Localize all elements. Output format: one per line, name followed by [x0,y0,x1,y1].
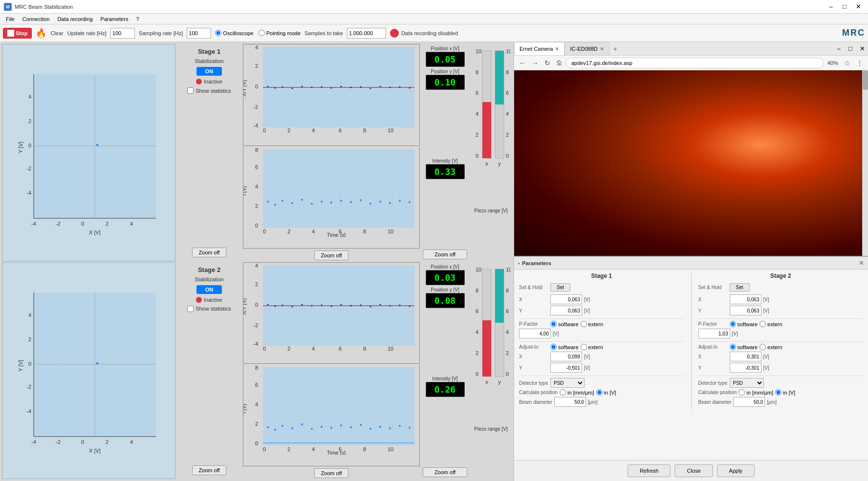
params-stage1-extern-radio[interactable]: extern [581,321,604,327]
params-stage2-x-input[interactable] [730,294,761,304]
params-stage1-beam-input[interactable] [554,397,586,407]
svg-text:4: 4 [255,44,258,50]
stage2-on-button[interactable]: ON [196,285,222,294]
params-stage2-y-label: Y [698,308,728,314]
browser-scrollbar[interactable] [862,70,868,256]
params-stage2-adjust-x-input[interactable] [730,352,761,361]
maximize-button[interactable]: □ [839,2,850,12]
params-stage2-header: Stage 2 [698,272,864,279]
stage2-xy-zoom-off-button[interactable]: Zoom off [314,468,348,478]
oscilloscope-radio[interactable]: Oscilloscope [215,30,253,36]
menu-help[interactable]: ? [132,15,143,23]
params-close-button[interactable]: ✕ [859,259,864,267]
stage2-zoom-off-button[interactable]: Zoom off [192,465,226,475]
menu-connection[interactable]: Connection [19,15,54,23]
refresh-nav-button[interactable]: ↻ [542,58,552,68]
browser-close[interactable]: ✕ [856,44,868,54]
params-stage1-pfactor-input[interactable] [519,329,551,338]
browser-maximize[interactable]: □ [845,44,856,54]
update-rate-input[interactable] [110,28,135,39]
menu-button[interactable]: ⋮ [854,58,865,68]
params-stage2-y-input[interactable] [730,306,761,315]
svg-text:10: 10 [476,48,481,54]
apply-button[interactable]: Apply [717,464,755,477]
params-stage2-beam-input[interactable] [733,397,765,407]
stage1-xy-zoom-off-button[interactable]: Zoom off [314,251,348,260]
svg-point-74 [267,201,269,203]
menu-data-recording[interactable]: Data recording [53,15,96,23]
svg-point-160 [282,304,283,306]
params-stage2-adjust-extern-radio[interactable]: extern [760,344,782,350]
params-stage1-adjust-x-input[interactable] [550,352,582,361]
params-stage1-detector-select[interactable]: PSD [550,378,585,388]
params-stage1-x-input[interactable] [550,294,582,304]
svg-point-202 [330,427,332,429]
params-stage1-set-button[interactable]: Set [550,283,570,292]
stage1-zoom-off-button[interactable]: Zoom off [192,248,226,257]
params-stage1-adjust-y-input[interactable] [550,363,582,373]
stage2-show-stats[interactable]: Show statistics [187,306,231,312]
params-stage2-calc-mm-radio[interactable]: in [mm/μm] [738,389,773,396]
refresh-button[interactable]: Refresh [628,464,671,477]
params-stage2-adjust-y-input[interactable] [730,363,761,373]
svg-point-164 [321,304,323,306]
params-stage1-y-label: Y [519,308,548,314]
svg-text:8: 8 [255,147,258,153]
params-stage1-calc-v-radio[interactable]: in [V] [596,389,616,396]
back-button[interactable]: ← [517,58,528,68]
svg-text:4: 4 [506,111,509,117]
svg-text:2: 2 [255,203,258,209]
close-button[interactable]: ✕ [852,2,864,12]
stage2-readouts: Position x [V] 0.03 Position y [V] 0.08 … [422,262,468,480]
svg-text:-4: -4 [26,408,31,414]
menu-parameters[interactable]: Parameters [97,15,132,23]
svg-text:4: 4 [312,346,315,352]
params-stage1-calc-mm-radio[interactable]: in [mm/μm] [560,389,594,396]
params-stage2-detector-select[interactable]: PSD [730,378,764,388]
svg-text:-2: -2 [56,439,61,445]
svg-point-197 [282,425,283,427]
pointing-mode-radio[interactable]: Pointing mode [259,30,301,36]
close-params-button[interactable]: Close [674,464,713,477]
sampling-rate-input[interactable] [187,28,211,39]
svg-text:6: 6 [506,308,509,314]
params-stage2-set-button[interactable]: Set [730,283,750,292]
stage1-show-stats[interactable]: Show statistics [187,87,231,94]
params-stage1-y-input[interactable] [550,306,582,315]
params-stage2-adjust-software-radio[interactable]: software [730,344,758,350]
clear-button[interactable]: Clear [50,30,63,36]
samples-to-take-input[interactable] [347,28,386,39]
stage1-on-button[interactable]: ON [196,67,222,76]
params-stage2-calc-v-radio[interactable]: in [V] [775,389,795,396]
params-stage1-adjust-software-radio[interactable]: software [550,344,579,350]
stop-button[interactable]: Stop [3,28,32,39]
tab-ethernet-camera[interactable]: Ernet Camera ✕ [514,42,564,55]
params-stage1-adjust-extern-radio[interactable]: extern [581,344,604,350]
minimize-button[interactable]: – [825,2,837,12]
stage2-readout-zoom-off-button[interactable]: Zoom off [423,467,467,477]
tab-ic-ed088d-close[interactable]: ✕ [600,46,604,52]
tab-ic-ed088d-label: IC-ED088D [570,46,597,52]
svg-text:8: 8 [506,288,509,293]
tab-ic-ed088d[interactable]: IC-ED088D ✕ [564,42,609,55]
svg-text:4: 4 [255,184,258,189]
svg-text:4: 4 [255,401,258,407]
params-stage2-extern-radio[interactable]: extern [760,321,782,327]
browser-scrollbar-thumb[interactable] [863,70,868,90]
menu-file[interactable]: File [2,15,19,23]
camera-feed [514,70,868,256]
params-stage1-software-radio[interactable]: software [550,321,579,327]
stage1-readout-zoom-off-button[interactable]: Zoom off [423,250,467,259]
stage2-inactive-label: Inactive [204,297,222,303]
forward-button[interactable]: → [530,58,541,68]
star-button[interactable]: ☆ [842,58,852,68]
tab-ethernet-camera-close[interactable]: ✕ [555,46,559,52]
svg-text:0: 0 [506,153,509,159]
params-stage2-set-hold-row: Set & Hold Set [698,283,864,292]
url-bar[interactable] [566,58,824,68]
new-tab-button[interactable]: + [609,44,621,54]
browser-minimize[interactable]: – [833,44,845,54]
params-footer: Refresh Close Apply [514,460,868,481]
params-stage2-software-radio[interactable]: software [730,321,758,327]
params-stage2-pfactor-input[interactable] [698,329,730,338]
